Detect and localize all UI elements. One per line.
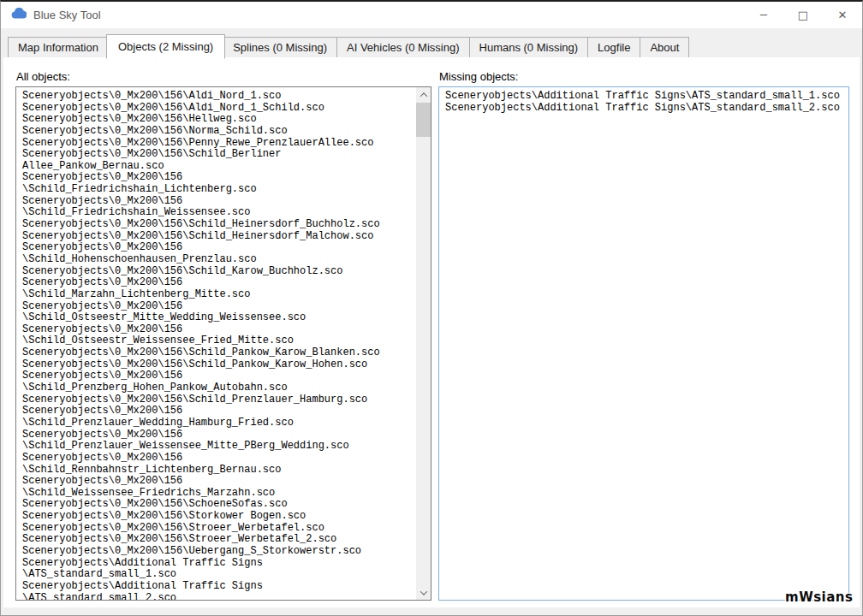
all-objects-listbox[interactable]: Sceneryobjects\0_Mx200\156\Aldi_Nord_1.s… [15,86,432,601]
object-path-line: Sceneryobjects\0_Mx200\156\Aldi_Nord_1_S… [22,103,416,115]
missing-objects-lines: Sceneryobjects\Additional Traffic Signs\… [439,87,848,600]
object-path-line: Sceneryobjects\0_Mx200\156 [22,324,416,336]
object-path-line: Sceneryobjects\0_Mx200\156\Schild_Prenzl… [22,394,416,406]
title-bar: Blue Sky Tool ─ □ ✕ [1,2,862,28]
object-path-line: \Schild_Hohenschoenhausen_Prenzlau.sco [22,254,416,266]
object-path-line: Sceneryobjects\0_Mx200\156 [22,301,416,313]
tab[interactable]: Map Information [8,37,109,58]
missing-object-path-line: Sceneryobjects\Additional Traffic Signs\… [445,91,848,103]
object-path-line: \ATS_standard_small_2.sco [22,593,416,600]
object-path-line: Sceneryobjects\0_Mx200\156\Hellweg.sco [22,114,416,126]
scrollbar-thumb[interactable] [416,103,431,137]
object-path-line: Sceneryobjects\0_Mx200\156 [22,406,416,418]
scroll-up-button[interactable] [416,87,431,102]
close-button[interactable]: ✕ [823,2,862,28]
missing-object-path-line: Sceneryobjects\Additional Traffic Signs\… [445,103,848,115]
object-path-line: Sceneryobjects\0_Mx200\156 [22,172,416,184]
window-title: Blue Sky Tool [33,9,101,21]
tab-strip: Map InformationObjects (2 Missing)Spline… [1,28,862,58]
object-path-line: Sceneryobjects\0_Mx200\156\SchoeneSofas.… [22,499,416,511]
object-path-line: \Schild_Rennbahnstr_Lichtenberg_Bernau.s… [22,465,416,477]
window-controls: ─ □ ✕ [744,2,862,28]
object-path-line: \Schild_Prenzberg_Hohen_Pankow_Autobahn.… [22,382,416,394]
object-path-line: Sceneryobjects\0_Mx200\156\Stroeer_Werbe… [22,534,416,546]
object-path-line: Sceneryobjects\0_Mx200\156\Schild_Heiner… [22,231,416,243]
object-path-line: Sceneryobjects\Additional Traffic Signs [22,558,416,570]
tab[interactable]: About [640,37,689,58]
cloud-icon [11,8,27,20]
missing-objects-listbox[interactable]: Sceneryobjects\Additional Traffic Signs\… [438,86,849,601]
object-path-line: \Schild_Ostseestr_Weissensee_Fried_Mitte… [22,335,416,347]
object-path-line: Sceneryobjects\0_Mx200\156\Schild_Pankow… [22,359,416,371]
tab[interactable]: Objects (2 Missing) [106,34,225,59]
objects-tab-page: All objects: Missing objects: Sceneryobj… [3,57,860,607]
object-path-line: \Schild_Prenzlauer_Weissensee_Mitte_PBer… [22,441,416,453]
object-path-line: Sceneryobjects\0_Mx200\156 [22,242,416,254]
object-path-line: Sceneryobjects\0_Mx200\156\Schild_Heiner… [22,219,416,231]
watermark: mWsians [785,589,853,605]
object-path-line: Sceneryobjects\0_Mx200\156\Uebergang_S_S… [22,546,416,558]
chevron-up-icon [420,92,426,99]
scroll-down-button[interactable] [416,585,431,600]
object-path-line: \Schild_Marzahn_Lichtenberg_Mitte.sco [22,289,416,301]
tab[interactable]: Splines (0 Missing) [223,37,337,58]
object-path-line: Sceneryobjects\0_Mx200\156\Schild_Karow_… [22,266,416,278]
vertical-scrollbar[interactable] [416,87,431,600]
object-path-line: Sceneryobjects\0_Mx200\156 [22,370,416,382]
tab[interactable]: Logfile [587,37,640,58]
maximize-button[interactable]: □ [783,2,823,28]
object-path-line: \Schild_Friedrichshain_Lichtenberg.sco [22,184,416,196]
object-path-line: Sceneryobjects\0_Mx200\156\Norma_Schild.… [22,126,416,138]
minimize-button[interactable]: ─ [744,2,783,28]
object-path-line: Sceneryobjects\0_Mx200\156\Aldi_Nord_1.s… [22,91,416,103]
object-path-line: Sceneryobjects\0_Mx200\156\Storkower Bog… [22,511,416,523]
missing-objects-label: Missing objects: [439,70,518,83]
object-path-line: Sceneryobjects\0_Mx200\156 [22,429,416,441]
object-path-line: Sceneryobjects\0_Mx200\156 [22,476,416,488]
object-path-line: Sceneryobjects\0_Mx200\156 [22,196,416,208]
app-window: Blue Sky Tool ─ □ ✕ Map InformationObjec… [0,0,863,616]
object-path-line: Sceneryobjects\0_Mx200\156 [22,453,416,465]
object-path-line: Sceneryobjects\0_Mx200\156\Schild_Berlin… [22,149,416,161]
object-path-line: \Schild_Prenzlauer_Wedding_Hamburg_Fried… [22,418,416,429]
object-path-line: \ATS_standard_small_1.sco [22,569,416,581]
tab[interactable]: Humans (0 Missing) [469,37,589,58]
chevron-down-icon [420,588,426,595]
object-path-line: \Schild_Weissensee_Friedrichs_Marzahn.sc… [22,488,416,500]
object-path-line: Sceneryobjects\0_Mx200\156\Stroeer_Werbe… [22,523,416,535]
object-path-line: Sceneryobjects\0_Mx200\156 [22,277,416,289]
tab[interactable]: AI Vehicles (0 Missing) [336,37,470,58]
all-objects-label: All objects: [16,70,70,83]
object-path-line: Sceneryobjects\0_Mx200\156\Schild_Pankow… [22,347,416,359]
object-path-line: \Schild_Friedrichshain_Weissensee.sco [22,207,416,219]
object-path-line: Sceneryobjects\Additional Traffic Signs [22,581,416,593]
object-path-line: Sceneryobjects\0_Mx200\156\Penny_Rewe_Pr… [22,138,416,150]
object-path-line: Allee_Pankow_Bernau.sco [22,161,416,173]
all-objects-lines: Sceneryobjects\0_Mx200\156\Aldi_Nord_1.s… [16,87,416,600]
object-path-line: \Schild_Ostseestr_Mitte_Wedding_Weissens… [22,312,416,324]
